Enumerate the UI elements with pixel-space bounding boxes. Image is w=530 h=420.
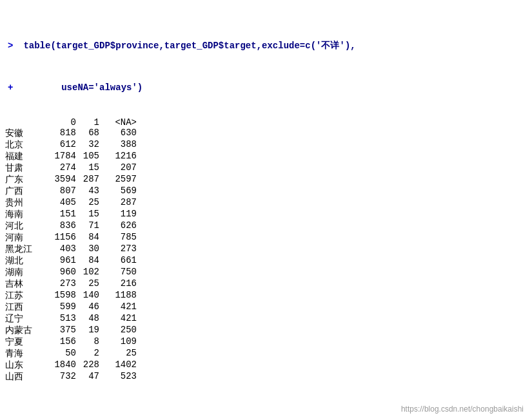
- table-cell: 甘肃: [5, 162, 45, 174]
- table-cell: 江苏: [5, 290, 45, 301]
- table-row: 宁夏1568109: [5, 336, 530, 348]
- table-cell: 宁夏: [5, 336, 45, 348]
- table-cell: 375: [45, 325, 81, 336]
- table-cell: 151: [45, 209, 81, 220]
- table-row: 河南115684785: [5, 232, 530, 243]
- table-row: 广西80743569: [5, 186, 530, 197]
- table-header-row: 0 1 <NA>: [5, 117, 530, 128]
- table-cell: 25: [104, 348, 137, 359]
- table-cell: 836: [45, 220, 81, 232]
- table-cell: 8: [81, 336, 104, 348]
- table-cell: 1840: [45, 359, 81, 371]
- header-province: [5, 117, 45, 128]
- console-area: > table(target_GDP$province,target_GDP$t…: [0, 6, 530, 115]
- data-table: 0 1 <NA> 安徽81868630北京61232388福建178410512…: [0, 117, 530, 383]
- table-cell: 安徽: [5, 128, 45, 139]
- table-row: 山东18402281402: [5, 359, 530, 371]
- table-row: 辽宁51348421: [5, 313, 530, 325]
- table-cell: 405: [45, 197, 81, 209]
- table-cell: 河南: [5, 232, 45, 243]
- table-cell: 216: [104, 278, 137, 290]
- table-cell: 250: [104, 325, 137, 336]
- table-cell: 15: [81, 209, 104, 220]
- table-cell: 156: [45, 336, 81, 348]
- table-cell: 71: [81, 220, 104, 232]
- table-cell: 江西: [5, 301, 45, 313]
- table-row: 吉林27325216: [5, 278, 530, 290]
- table-row: 湖北96184661: [5, 255, 530, 267]
- table-row: 安徽81868630: [5, 128, 530, 139]
- table-cell: 1188: [104, 290, 137, 301]
- table-cell: 84: [81, 255, 104, 267]
- table-row: 湖南960102750: [5, 267, 530, 278]
- table-cell: 68: [81, 128, 104, 139]
- header-col0: 0: [45, 117, 81, 128]
- table-cell: 612: [45, 139, 81, 151]
- table-cell: 湖南: [5, 267, 45, 278]
- table-cell: 25: [81, 278, 104, 290]
- table-cell: 湖北: [5, 255, 45, 267]
- prompt-symbol-1: >: [8, 39, 17, 53]
- table-row: 贵州40525287: [5, 197, 530, 209]
- code-line-2: useNA='always'): [18, 81, 142, 95]
- table-cell: 105: [81, 151, 104, 162]
- table-cell: 960: [45, 267, 81, 278]
- table-row: 北京61232388: [5, 139, 530, 151]
- table-cell: 辽宁: [5, 313, 45, 325]
- table-cell: 1402: [104, 359, 137, 371]
- table-cell: 961: [45, 255, 81, 267]
- table-cell: 388: [104, 139, 137, 151]
- table-cell: 50: [45, 348, 81, 359]
- table-cell: 广西: [5, 186, 45, 197]
- table-cell: 山东: [5, 359, 45, 371]
- table-cell: 福建: [5, 151, 45, 162]
- table-row: 福建17841051216: [5, 151, 530, 162]
- watermark: https://blog.csdn.net/chongbaikaishi: [401, 405, 524, 414]
- table-cell: 30: [81, 243, 104, 255]
- table-row: 甘肃27415207: [5, 162, 530, 174]
- table-cell: 15: [81, 162, 104, 174]
- table-cell: 贵州: [5, 197, 45, 209]
- table-cell: 626: [104, 220, 137, 232]
- table-cell: 421: [104, 313, 137, 325]
- table-cell: 32: [81, 139, 104, 151]
- table-cell: 287: [104, 197, 137, 209]
- table-cell: 吉林: [5, 278, 45, 290]
- table-cell: 青海: [5, 348, 45, 359]
- table-cell: 海南: [5, 209, 45, 220]
- table-cell: 207: [104, 162, 137, 174]
- table-row: 海南15115119: [5, 209, 530, 220]
- prompt-line-2: + useNA='always'): [8, 81, 522, 95]
- table-cell: 513: [45, 313, 81, 325]
- table-cell: 630: [104, 128, 137, 139]
- table-cell: 25: [81, 197, 104, 209]
- table-cell: 1156: [45, 232, 81, 243]
- header-col1: 1: [81, 117, 104, 128]
- table-cell: 750: [104, 267, 137, 278]
- table-cell: 102: [81, 267, 104, 278]
- table-cell: 1216: [104, 151, 137, 162]
- table-cell: 19: [81, 325, 104, 336]
- table-cell: 274: [45, 162, 81, 174]
- table-cell: 273: [45, 278, 81, 290]
- table-cell: 1598: [45, 290, 81, 301]
- table-cell: 523: [104, 371, 137, 383]
- code-line-1: table(target_GDP$province,target_GDP$tar…: [18, 39, 356, 53]
- table-cell: 109: [104, 336, 137, 348]
- table-cell: 807: [45, 186, 81, 197]
- table-cell: 785: [104, 232, 137, 243]
- table-cell: 北京: [5, 139, 45, 151]
- table-cell: 228: [81, 359, 104, 371]
- table-cell: 43: [81, 186, 104, 197]
- prompt-line-1: > table(target_GDP$province,target_GDP$t…: [8, 39, 522, 53]
- table-cell: 广东: [5, 174, 45, 186]
- table-cell: 46: [81, 301, 104, 313]
- table-cell: 119: [104, 209, 137, 220]
- table-cell: 421: [104, 301, 137, 313]
- table-cell: 山西: [5, 371, 45, 383]
- table-cell: 140: [81, 290, 104, 301]
- table-cell: 569: [104, 186, 137, 197]
- header-colna: <NA>: [104, 117, 137, 128]
- prompt-symbol-2: +: [8, 81, 17, 95]
- table-row: 河北83671626: [5, 220, 530, 232]
